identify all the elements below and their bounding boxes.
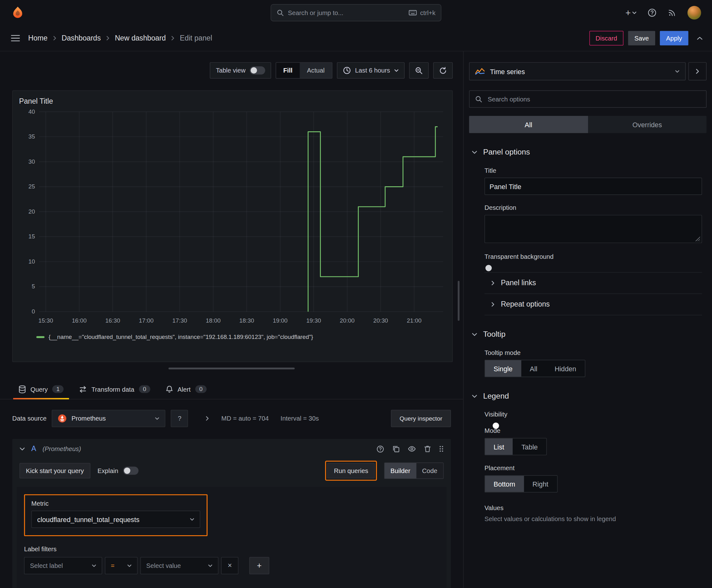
select-label-placeholder: Select label (30, 562, 63, 569)
search-icon (475, 96, 482, 103)
query-ref-id[interactable]: A (31, 445, 36, 453)
breadcrumb: Home Dashboards New dashboard Edit panel (28, 34, 212, 42)
main-content: Table view Fill Actual Last 6 hours (0, 51, 712, 588)
table-view-label: Table view (216, 67, 246, 74)
tooltip-body: Tooltip mode Single All Hidden (469, 339, 706, 377)
builder-option[interactable]: Builder (385, 463, 416, 478)
toggle-visibility-icon[interactable] (408, 446, 416, 452)
drag-handle-icon[interactable] (439, 445, 444, 453)
pane-resize-handle[interactable] (169, 368, 295, 370)
tooltip-mode-all[interactable]: All (521, 360, 546, 377)
label-filters-row: Select label = Select valu (24, 557, 439, 574)
legend-mode-list[interactable]: List (485, 439, 513, 455)
help-button[interactable] (648, 8, 657, 17)
news-rss-button[interactable] (667, 8, 676, 17)
tab-overrides[interactable]: Overrides (588, 116, 706, 133)
panel-options-header[interactable]: Panel options (469, 148, 706, 157)
grafana-logo[interactable] (11, 6, 24, 19)
apply-button[interactable]: Apply (660, 31, 688, 45)
global-search-input[interactable]: Search or jump to... ctrl+k (271, 4, 441, 21)
breadcrumb-home[interactable]: Home (28, 34, 48, 42)
svg-text:40: 40 (28, 108, 35, 115)
chevron-up-icon[interactable] (697, 36, 703, 40)
menu-icon[interactable] (9, 33, 22, 44)
transparent-background-label: Transparent background (484, 253, 702, 260)
panel-title-input[interactable] (484, 178, 702, 195)
plus-icon: + (257, 561, 261, 570)
discard-button[interactable]: Discard (589, 31, 624, 45)
run-queries-button[interactable]: Run queries (328, 463, 375, 478)
select-label-dropdown[interactable]: Select label (24, 557, 102, 574)
description-textarea[interactable] (484, 215, 702, 243)
chevron-right-icon (491, 280, 495, 286)
remove-filter-button[interactable]: × (221, 557, 238, 574)
tab-all[interactable]: All (469, 116, 588, 133)
nav-bar: Home Dashboards New dashboard Edit panel… (0, 25, 712, 51)
metric-select[interactable]: cloudflared_tunnel_total_requests (31, 511, 200, 528)
table-view-control[interactable]: Table view (210, 62, 271, 79)
operator-value: = (111, 562, 114, 569)
tab-query[interactable]: Query 1 (12, 379, 70, 399)
placement-right[interactable]: Right (524, 476, 557, 492)
tab-transform[interactable]: Transform data 0 (73, 379, 157, 399)
tooltip-mode-hidden[interactable]: Hidden (546, 360, 585, 377)
delete-query-icon[interactable] (424, 445, 431, 453)
repeat-options-row[interactable]: Repeat options (484, 293, 702, 315)
visualization-row: Time series (469, 62, 706, 80)
time-range-picker[interactable]: Last 6 hours (337, 62, 405, 79)
legend-header[interactable]: Legend (469, 392, 706, 401)
add-filter-button[interactable]: + (249, 557, 269, 574)
metric-highlight: Metric cloudflared_tunnel_total_requests (24, 495, 208, 536)
datasource-picker[interactable]: Prometheus (52, 410, 166, 427)
query-inspector-button[interactable]: Query inspector (391, 410, 451, 427)
max-data-points: MD = auto = 704 (221, 415, 269, 422)
select-value-dropdown[interactable]: Select value (140, 557, 218, 574)
panel-links-row[interactable]: Panel links (484, 272, 702, 293)
datasource-help-button[interactable]: ? (171, 410, 188, 427)
save-button[interactable]: Save (628, 31, 655, 45)
duplicate-query-icon[interactable] (392, 445, 400, 453)
chevron-down-icon (472, 394, 477, 398)
breadcrumb-new-dashboard[interactable]: New dashboard (115, 34, 166, 42)
tooltip-header[interactable]: Tooltip (469, 330, 706, 339)
svg-text:25: 25 (28, 183, 35, 190)
query-actions (376, 445, 444, 453)
svg-text:18:30: 18:30 (239, 317, 254, 324)
description-wrap (484, 215, 702, 243)
options-search[interactable] (469, 90, 706, 108)
chevron-right-icon (106, 36, 110, 41)
visualization-picker[interactable]: Time series (469, 62, 686, 80)
chart-legend[interactable]: {__name__="cloudflared_tunnel_total_requ… (16, 333, 449, 340)
tooltip-mode-single[interactable]: Single (485, 360, 521, 377)
collapse-query-icon[interactable] (19, 447, 25, 451)
breadcrumb-edit-panel: Edit panel (180, 34, 212, 42)
svg-text:16:00: 16:00 (72, 317, 87, 324)
tab-alert[interactable]: Alert 0 (159, 379, 213, 399)
add-menu-button[interactable]: + (625, 8, 637, 17)
breadcrumb-dashboards[interactable]: Dashboards (62, 34, 101, 42)
database-icon (19, 385, 26, 393)
explain-toggle[interactable] (123, 466, 138, 475)
tab-query-count: 1 (52, 385, 64, 393)
query-builder-body: Metric cloudflared_tunnel_total_requests… (17, 487, 447, 588)
scrollbar-thumb[interactable] (458, 281, 459, 321)
svg-text:16:30: 16:30 (106, 317, 120, 324)
time-series-chart[interactable]: 051015202530354015:3016:0016:3017:0017:3… (16, 106, 449, 333)
placement-bottom[interactable]: Bottom (485, 476, 524, 492)
actual-option[interactable]: Actual (300, 63, 332, 78)
options-search-input[interactable] (487, 95, 701, 103)
user-avatar[interactable] (688, 6, 701, 19)
table-view-toggle[interactable] (250, 66, 265, 75)
kick-start-button[interactable]: Kick start your query (19, 463, 90, 478)
fill-option[interactable]: Fill (276, 63, 300, 78)
options-chevron-icon[interactable] (205, 416, 209, 421)
caret-down-icon (632, 11, 637, 15)
refresh-button[interactable] (433, 62, 453, 79)
legend-mode-table[interactable]: Table (513, 439, 546, 455)
zoom-out-button[interactable] (409, 62, 429, 79)
tab-alert-count: 0 (195, 385, 207, 393)
operator-dropdown[interactable]: = (105, 557, 137, 574)
help-circle-icon[interactable] (376, 445, 384, 453)
toggle-viz-suggestions-button[interactable] (688, 62, 707, 80)
code-option[interactable]: Code (416, 463, 443, 478)
